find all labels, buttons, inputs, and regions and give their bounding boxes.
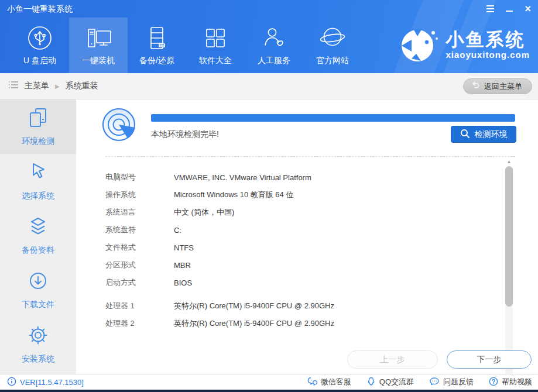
nav-item-website[interactable]: 官方网站 [303,18,362,73]
detection-progress-fill [151,114,515,122]
gear-icon [27,324,49,349]
sidebar-item-install-system[interactable]: 安装系统 [0,317,76,372]
return-arrow-icon [471,81,480,92]
info-value: 英特尔(R) Core(TM) i5-9400F CPU @ 2.90GHz [174,301,334,311]
feedback-bubble-icon [429,377,440,388]
server-icon [143,25,170,51]
sidebar-item-label: 安装系统 [22,354,54,365]
app-window: 小鱼一键重装系统 × U 盘启动 [0,0,538,392]
info-row: 电脑型号 VMWARE, INC. VMware Virtual Platfor… [105,169,498,186]
apps-grid-icon [202,25,229,51]
info-row: 处理器 2 英特尔(R) Core(TM) i5-9400F CPU @ 2.9… [105,315,498,332]
layers-icon [27,215,49,240]
info-value: 英特尔(R) Core(TM) i5-9400F CPU @ 2.90GHz [174,318,334,329]
breadcrumb-separator-icon: ▶ [55,83,60,90]
qq-icon [366,377,376,388]
pc-icon [85,25,112,51]
nav-item-usb-boot[interactable]: U 盘启动 [11,18,69,73]
info-row: 启动方式 BIOS [105,274,498,291]
info-value: 中文 (简体，中国) [174,207,234,218]
brand-logo: 小鱼系统 xiaoyuxitong.com [396,22,530,68]
next-step-button[interactable]: 下一步 [447,350,532,369]
version-info: VER[11.5.47.1530] [7,377,84,388]
window-controls: × [486,0,531,18]
scroll-up-arrow-icon[interactable]: ▲ [507,159,512,165]
nav-item-one-key-install[interactable]: 一键装机 [69,18,128,73]
info-row-clipped: 处理器 3 英特尔(R) Core(TM) i5-9400F CPU @ 2.9… [105,338,498,342]
breadcrumb-root[interactable]: 主菜单 [25,81,49,91]
qq-group-link[interactable]: QQ交流群 [366,377,414,388]
previous-step-button[interactable]: 上一步 [347,350,438,369]
detect-button-label: 检测环境 [475,129,508,140]
sidebar-item-download-files[interactable]: 下载文件 [0,263,76,317]
nav-item-support[interactable]: 人工服务 [245,18,303,73]
nav-item-label: 备份/还原 [139,56,174,66]
nav-item-label: U 盘启动 [23,56,56,66]
scrollbar-thumb[interactable] [505,166,513,307]
sidebar-item-label: 选择系统 [22,191,54,201]
logo-domain: xiaoyuxitong.com [446,50,530,60]
footer-links: 微信客服 QQ交流群 [307,377,532,388]
info-value: BIOS [174,278,192,287]
info-label: 系统盘符 [105,225,174,235]
usb-icon [26,25,53,51]
breadcrumb-current: 系统重装 [66,81,98,91]
info-row: 操作系统 Microsoft Windows 10 教育版 64 位 [105,186,498,204]
feedback-link[interactable]: 问题反馈 [429,377,474,388]
back-button-label: 返回主菜单 [484,81,522,92]
info-row: 系统盘符 C: [105,221,498,239]
info-label: 分区形式 [105,260,174,270]
globe-icon [319,25,346,51]
nav-item-label: 人工服务 [258,56,290,66]
header: 小鱼一键重装系统 × U 盘启动 [0,0,538,73]
wechat-icon [307,377,317,388]
info-value: VMWARE, INC. VMware Virtual Platform [174,173,311,182]
footer: VER[11.5.47.1530] 微信客服 [0,374,538,390]
sidebar-item-backup-data[interactable]: 备份资料 [0,208,76,263]
info-row: 处理器 1 英特尔(R) Core(TM) i5-9400F CPU @ 2.9… [105,297,498,315]
cursor-icon [27,161,49,185]
info-value: C: [174,226,181,235]
sidebar-item-label: 环境检测 [22,136,54,147]
nav-item-label: 一键装机 [82,56,115,66]
breadcrumb-bar: 主菜单 ▶ 系统重装 返回主菜单 [0,73,538,99]
back-to-menu-button[interactable]: 返回主菜单 [463,78,532,94]
info-label: 电脑型号 [105,172,174,183]
system-info-list: 电脑型号 VMWARE, INC. VMware Virtual Platfor… [105,158,498,342]
detect-environment-button[interactable]: 检测环境 [451,126,516,143]
info-value: NTFS [174,243,194,252]
sidebar: 环境检测 选择系统 备份资料 [0,99,76,374]
info-row: 系统语言 中文 (简体，中国) [105,204,498,221]
version-text: VER[11.5.47.1530] [20,378,84,387]
fish-logo-icon [396,22,440,68]
app-title: 小鱼一键重装系统 [7,4,73,15]
sidebar-item-label: 备份资料 [22,245,54,256]
detection-progress-bar [151,114,515,122]
main-content: 本地环境检测完毕! 检测环境 电脑型号 VMWARE, INC. VMware … [76,99,538,374]
wechat-support-link[interactable]: 微信客服 [307,377,351,388]
nav-item-backup-restore[interactable]: 备份/还原 [128,18,186,73]
footer-link-label: QQ交流群 [379,377,414,387]
info-value: Microsoft Windows 10 教育版 64 位 [174,190,293,200]
radar-icon [101,106,137,145]
help-video-link[interactable]: 帮助视频 [489,377,532,388]
sidebar-item-env-check[interactable]: 环境检测 [0,99,76,154]
footer-link-label: 微信客服 [321,377,351,387]
info-value: MBR [174,261,191,270]
sidebar-item-select-system[interactable]: 选择系统 [0,154,76,208]
close-icon[interactable]: × [525,4,531,14]
nav-item-software[interactable]: 软件大全 [186,18,245,73]
info-value: 英特尔(R) Core(TM) i5-9400F CPU @ 2.90GHz [174,342,334,342]
minimize-icon[interactable] [506,11,513,12]
list-icon [8,81,19,91]
info-label: 处理器 1 [105,301,174,311]
info-icon [7,377,16,388]
menu-icon[interactable] [486,5,494,12]
nav-item-label: 软件大全 [199,56,232,66]
person-service-icon [261,25,287,51]
row-gap [105,332,498,338]
bottom-accent-strip [0,390,538,392]
titlebar: 小鱼一键重装系统 × [0,0,538,18]
info-label: 处理器 2 [105,318,174,329]
download-icon [27,270,49,294]
